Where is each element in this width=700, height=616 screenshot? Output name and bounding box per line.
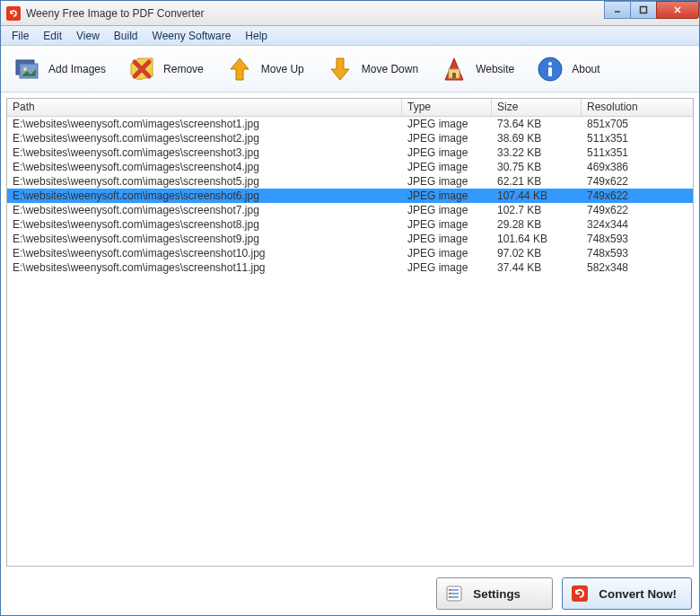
table-row[interactable]: E:\websites\weenysoft.com\images\screens… [7,246,693,260]
cell-size: 33.22 KB [492,145,582,160]
website-button[interactable]: Website [433,51,528,87]
menu-view[interactable]: View [69,28,107,44]
cell-type: JPEG image [402,232,492,246]
cell-type: JPEG image [402,131,492,145]
settings-button-label: Settings [473,587,521,601]
cell-resolution: 749x622 [582,203,680,217]
website-label: Website [476,63,514,75]
table-row[interactable]: E:\websites\weenysoft.com\images\screens… [7,174,693,189]
convert-button-label: Convert Now! [599,587,677,601]
settings-button[interactable]: Settings [436,577,553,610]
toolbar: Add ImagesRemoveMove UpMove DownWebsiteA… [1,46,699,92]
cell-path: E:\websites\weenysoft.com\images\screens… [7,246,402,260]
cell-resolution: 511x351 [582,131,680,145]
remove-icon [127,55,156,84]
website-icon [440,55,468,84]
cell-path: E:\websites\weenysoft.com\images\screens… [7,131,402,145]
column-header-size[interactable]: Size [492,99,582,116]
column-header-type[interactable]: Type [402,99,492,116]
cell-resolution: 324x344 [582,217,680,232]
cell-path: E:\websites\weenysoft.com\images\screens… [7,189,402,203]
cell-size: 73.64 KB [492,117,582,131]
about-label: About [572,63,599,75]
cell-path: E:\websites\weenysoft.com\images\screens… [7,174,402,189]
cell-path: E:\websites\weenysoft.com\images\screens… [7,232,402,246]
cell-size: 29.28 KB [492,217,582,232]
svg-point-12 [548,62,552,66]
menubar: FileEditViewBuildWeeny SoftwareHelp [1,26,699,46]
cell-type: JPEG image [402,160,492,174]
content-area: Path Type Size Resolution E:\websites\we… [1,92,699,572]
cell-size: 97.02 KB [492,246,582,260]
svg-point-18 [449,589,451,591]
table-row[interactable]: E:\websites\weenysoft.com\images\screens… [7,189,693,203]
menu-help[interactable]: Help [238,28,275,44]
svg-rect-1 [641,7,647,13]
cell-size: 62.21 KB [492,174,582,189]
moveup-icon [225,55,254,84]
cell-path: E:\websites\weenysoft.com\images\screens… [7,203,402,217]
moveup-button[interactable]: Move Up [219,51,318,87]
minimize-button[interactable] [604,1,631,19]
add-icon [13,55,41,84]
cell-resolution: 511x351 [582,145,680,160]
cell-size: 102.7 KB [492,203,582,217]
remove-button[interactable]: Remove [121,51,217,87]
moveup-label: Move Up [261,63,304,75]
app-icon [6,6,21,21]
cell-resolution: 749x622 [582,174,680,189]
remove-label: Remove [163,63,204,75]
svg-point-6 [23,67,27,71]
titlebar[interactable]: Weeny Free Image to PDF Converter [1,1,699,26]
movedown-button[interactable]: Move Down [319,51,432,87]
about-button[interactable]: About [529,51,613,87]
cell-path: E:\websites\weenysoft.com\images\screens… [7,117,402,131]
svg-point-19 [449,593,451,594]
column-header-path[interactable]: Path [7,99,402,116]
add-label: Add Images [48,63,106,75]
cell-path: E:\websites\weenysoft.com\images\screens… [7,160,402,174]
table-row[interactable]: E:\websites\weenysoft.com\images\screens… [7,160,693,174]
movedown-label: Move Down [362,63,418,75]
cell-type: JPEG image [402,217,492,232]
table-row[interactable]: E:\websites\weenysoft.com\images\screens… [7,131,693,145]
cell-resolution: 748x593 [582,232,680,246]
svg-rect-13 [548,67,552,76]
list-header: Path Type Size Resolution [7,99,693,117]
bottombar: Settings Convert Now! [1,572,699,615]
convert-button[interactable]: Convert Now! [562,577,692,610]
svg-point-20 [449,596,451,598]
menu-build[interactable]: Build [107,28,145,44]
cell-path: E:\websites\weenysoft.com\images\screens… [7,145,402,160]
table-row[interactable]: E:\websites\weenysoft.com\images\screens… [7,260,693,275]
table-row[interactable]: E:\websites\weenysoft.com\images\screens… [7,203,693,217]
cell-type: JPEG image [402,260,492,275]
close-button[interactable] [656,1,699,19]
cell-size: 30.75 KB [492,160,582,174]
cell-resolution: 469x386 [582,160,680,174]
cell-type: JPEG image [402,145,492,160]
cell-type: JPEG image [402,246,492,260]
window-title: Weeny Free Image to PDF Converter [26,7,205,20]
cell-size: 101.64 KB [492,232,582,246]
cell-type: JPEG image [402,174,492,189]
list-body[interactable]: E:\websites\weenysoft.com\images\screens… [7,117,693,566]
maximize-button[interactable] [630,1,657,19]
add-button[interactable]: Add Images [6,51,119,87]
table-row[interactable]: E:\websites\weenysoft.com\images\screens… [7,117,693,131]
table-row[interactable]: E:\websites\weenysoft.com\images\screens… [7,145,693,160]
column-header-resolution[interactable]: Resolution [582,99,680,116]
svg-rect-10 [452,73,456,78]
menu-file[interactable]: File [4,28,36,44]
cell-resolution: 851x705 [582,117,680,131]
menu-edit[interactable]: Edit [36,28,69,44]
cell-type: JPEG image [402,189,492,203]
about-icon [536,55,564,84]
menu-weeny-software[interactable]: Weeny Software [145,28,239,44]
table-row[interactable]: E:\websites\weenysoft.com\images\screens… [7,232,693,246]
cell-path: E:\websites\weenysoft.com\images\screens… [7,260,402,275]
cell-resolution: 749x622 [582,189,680,203]
table-row[interactable]: E:\websites\weenysoft.com\images\screens… [7,217,693,232]
cell-size: 37.44 KB [492,260,582,275]
cell-type: JPEG image [402,203,492,217]
